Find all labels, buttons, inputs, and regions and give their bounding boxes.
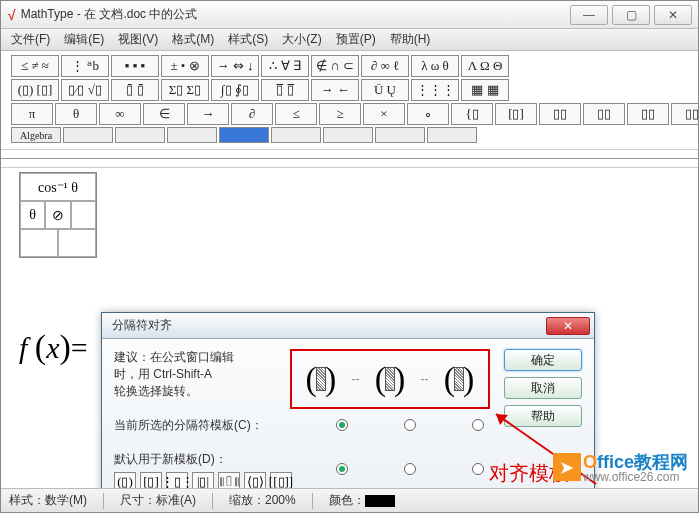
toolbar-tab[interactable] — [115, 127, 165, 143]
toolbar-tab[interactable] — [271, 127, 321, 143]
side-palette: cos⁻¹ θ θ ⊘ — [19, 172, 97, 258]
status-zoom-label: 缩放： — [229, 493, 265, 507]
toolbar-cell[interactable]: ∉ ∩ ⊂ — [311, 55, 359, 77]
palette-cell[interactable]: ⊘ — [45, 201, 70, 229]
toolbar-cell[interactable]: ▯̄ ▯̄ — [111, 79, 159, 101]
toolbar-cell[interactable]: Σ▯ Σ▯ — [161, 79, 209, 101]
toolbar-cell[interactable]: θ — [55, 103, 97, 125]
hint-line: 轮换选择旋转。 — [114, 383, 284, 400]
toolbar-cell[interactable]: ∂ — [231, 103, 273, 125]
toolbar-tab[interactable] — [219, 127, 269, 143]
toolbar-cell[interactable]: → — [187, 103, 229, 125]
toolbar-cell[interactable]: {▯ — [451, 103, 493, 125]
toolbar-cell[interactable]: → ⇔ ↓ — [211, 55, 259, 77]
toolbar-cell[interactable]: ▯▯ — [627, 103, 669, 125]
menu-presets[interactable]: 预置(P) — [330, 29, 382, 50]
watermark: ➤ Office教程网 www.office26.com — [553, 450, 688, 484]
preview-bot: () — [444, 360, 475, 398]
toolbar-cell[interactable]: ▪ ▪ ▪ — [111, 55, 159, 77]
toolbar-cell[interactable]: ∴ ∀ ∃ — [261, 55, 309, 77]
toolbar-cell[interactable]: ▯̅ ▯̅ — [261, 79, 309, 101]
toolbar-cell[interactable]: ▯▯ — [671, 103, 699, 125]
maximize-button[interactable]: ▢ — [612, 5, 650, 25]
wm-rest: ffice — [597, 452, 634, 472]
toolbar-cell[interactable]: × — [363, 103, 405, 125]
toolbar-cell[interactable]: ∈ — [143, 103, 185, 125]
toolbar-cell[interactable]: ≥ — [319, 103, 361, 125]
status-size-label: 尺寸： — [120, 493, 156, 507]
status-color-swatch[interactable] — [365, 495, 395, 507]
status-style-label: 样式： — [9, 493, 45, 507]
toolbar-cell[interactable]: Ū Ų — [361, 79, 409, 101]
status-color-label: 颜色： — [329, 493, 365, 507]
menubar: 文件(F) 编辑(E) 视图(V) 格式(M) 样式(S) 大小(Z) 预置(P… — [1, 29, 698, 51]
equation-display[interactable]: f (x)= — [19, 328, 88, 366]
radio-d-1[interactable] — [336, 463, 348, 475]
menu-file[interactable]: 文件(F) — [5, 29, 56, 50]
toolbar-tab[interactable] — [323, 127, 373, 143]
menu-style[interactable]: 样式(S) — [222, 29, 274, 50]
close-button[interactable]: ✕ — [654, 5, 692, 25]
toolbar-cell[interactable]: ≤ — [275, 103, 317, 125]
toolbar-cell[interactable]: ∂ ∞ ℓ — [361, 55, 409, 77]
toolbar-cell[interactable]: ± • ⊗ — [161, 55, 209, 77]
radio-current-1[interactable] — [336, 419, 348, 431]
preview-top: () — [306, 360, 337, 398]
cancel-button[interactable]: 取消 — [504, 377, 582, 399]
radio-d-3[interactable] — [472, 463, 484, 475]
toolbar-cell[interactable]: ▦ ▦ — [461, 79, 509, 101]
ok-button[interactable]: 确定 — [504, 349, 582, 371]
close-paren: ) — [60, 328, 71, 365]
menu-format[interactable]: 格式(M) — [166, 29, 220, 50]
toolbar-cell[interactable]: ▯▯ — [539, 103, 581, 125]
radio-current-3[interactable] — [472, 419, 484, 431]
toolbar-tab[interactable] — [167, 127, 217, 143]
ruler[interactable] — [1, 150, 698, 168]
toolbar-cell[interactable]: ∞ — [99, 103, 141, 125]
dialog-close-button[interactable]: ✕ — [546, 317, 590, 335]
preview-mid: () — [375, 360, 406, 398]
dialog-hint: 建议：在公式窗口编辑 时，用 Ctrl-Shift-A 轮换选择旋转。 — [114, 349, 284, 399]
palette-cell[interactable]: θ — [20, 201, 45, 229]
dialog-titlebar[interactable]: 分隔符对齐 ✕ — [102, 313, 594, 339]
toolbar-cell[interactable]: λ ω θ — [411, 55, 459, 77]
toolbar-tab[interactable] — [427, 127, 477, 143]
menu-size[interactable]: 大小(Z) — [276, 29, 327, 50]
menu-edit[interactable]: 编辑(E) — [58, 29, 110, 50]
alignment-preview: () -- () -- () — [290, 349, 490, 409]
toolbar-cell[interactable]: (▯) [▯] — [11, 79, 59, 101]
menu-help[interactable]: 帮助(H) — [384, 29, 437, 50]
fx-x: x — [46, 331, 59, 364]
minimize-button[interactable]: — — [570, 5, 608, 25]
toolbar-cell[interactable]: ⋮⋮⋮ — [411, 79, 459, 101]
status-zoom-value[interactable]: 200% — [265, 493, 296, 507]
statusbar: 样式：数学(M) 尺寸：标准(A) 缩放：200% 颜色： — [1, 488, 698, 512]
hint-line: 时，用 Ctrl-Shift-A — [114, 366, 284, 383]
toolbar-cell[interactable]: ▯⁄▯ √▯ — [61, 79, 109, 101]
toolbar-cell[interactable]: Λ Ω Θ — [461, 55, 509, 77]
toolbar-cell[interactable]: ∫▯ ∮▯ — [211, 79, 259, 101]
menu-view[interactable]: 视图(V) — [112, 29, 164, 50]
toolbar-cell[interactable]: [▯] — [495, 103, 537, 125]
toolbar-cell[interactable]: π — [11, 103, 53, 125]
status-style-value[interactable]: 数学(M) — [45, 493, 87, 507]
toolbar-cell[interactable]: ▯▯ — [583, 103, 625, 125]
open-paren: ( — [35, 328, 46, 365]
radio-current-2[interactable] — [404, 419, 416, 431]
toolbar-cell[interactable]: ≤ ≠ ≈ — [11, 55, 59, 77]
dash-icon: -- — [421, 372, 429, 386]
toolbar-cell[interactable]: ⋮ ᵃb — [61, 55, 109, 77]
palette-cell[interactable]: cos⁻¹ θ — [20, 173, 96, 201]
toolbar-cell[interactable]: ∘ — [407, 103, 449, 125]
toolbar-tab[interactable] — [375, 127, 425, 143]
status-size-value[interactable]: 标准(A) — [156, 493, 196, 507]
radio-d-2[interactable] — [404, 463, 416, 475]
toolbar-tab[interactable]: Algebra — [11, 127, 61, 143]
dash-icon: -- — [351, 372, 359, 386]
wm-o: O — [583, 452, 597, 472]
toolbar-tab[interactable] — [63, 127, 113, 143]
palette-cell[interactable] — [71, 201, 96, 229]
toolbar-cell[interactable]: → ← — [311, 79, 359, 101]
palette-cell[interactable] — [20, 229, 58, 257]
palette-cell[interactable] — [58, 229, 96, 257]
